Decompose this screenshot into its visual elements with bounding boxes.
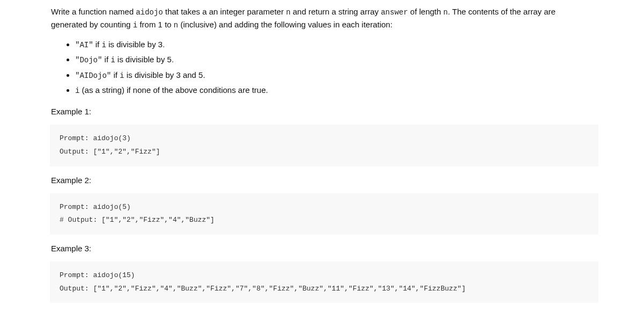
rule-item: "AIDojo" if i is divisible by 3 and 5. (75, 68, 593, 83)
example-code: Prompt: aidojo(5) # Output: ["1","2","Fi… (50, 193, 598, 235)
text: is divisible by 3. (106, 40, 165, 49)
code-line: Prompt: aidojo(3) (60, 132, 589, 146)
text: if (93, 40, 102, 49)
text: (as a string) if none of the above condi… (79, 85, 268, 95)
rule-code: "AIDojo" (75, 71, 111, 80)
code-line: Prompt: aidojo(15) (60, 269, 589, 282)
problem-statement: Write a function named aidojo that takes… (0, 5, 644, 303)
code-i: i (133, 21, 137, 30)
code-i: i (101, 41, 106, 49)
rule-code: "Dojo" (75, 56, 102, 64)
code-answer: answer (381, 8, 408, 17)
rule-item: "Dojo" if i is divisible by 5. (75, 52, 593, 67)
example-title: Example 3: (51, 242, 593, 255)
code-line: Output: ["1","2","Fizz"] (60, 146, 589, 159)
example-code: Prompt: aidojo(15) Output: ["1","2","Fiz… (50, 262, 598, 303)
example-code: Prompt: aidojo(3) Output: ["1","2","Fizz… (50, 125, 598, 166)
intro-paragraph: Write a function named aidojo that takes… (51, 5, 593, 32)
text: (inclusive) and adding the following val… (178, 20, 392, 29)
text: if (102, 55, 111, 64)
text: if (111, 70, 120, 79)
rule-code: "AI" (75, 41, 93, 49)
text: that takes a an integer parameter (163, 7, 286, 16)
example-title: Example 1: (51, 105, 593, 118)
code-fn-name: aidojo (136, 8, 163, 17)
rules-list: "AI" if i is divisible by 3. "Dojo" if i… (51, 37, 593, 98)
code-line: Output: ["1","2","Fizz","4","Buzz","Fizz… (60, 282, 589, 296)
text: from 1 to (137, 20, 174, 29)
text: and return a string array (290, 7, 380, 16)
text: is divisible by 5. (115, 55, 174, 64)
code-line: Prompt: aidojo(5) (60, 201, 589, 214)
code-line: # Output: ["1","2","Fizz","4","Buzz"] (60, 214, 589, 227)
rule-item: "AI" if i is divisible by 3. (75, 37, 593, 52)
code-param-n: n (174, 21, 178, 30)
text: is divisible by 3 and 5. (124, 70, 205, 79)
text: of length (408, 7, 443, 16)
rule-item: i (as a string) if none of the above con… (75, 83, 593, 98)
text: Write a function named (51, 7, 136, 16)
example-title: Example 2: (51, 174, 593, 187)
code-i: i (111, 56, 115, 64)
